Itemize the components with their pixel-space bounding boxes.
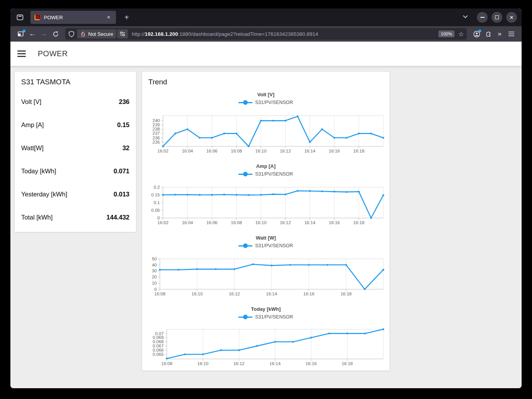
svg-text:40: 40 — [152, 263, 157, 267]
minimize-button[interactable] — [477, 12, 488, 23]
svg-text:16:16: 16:16 — [303, 292, 314, 296]
list-tabs-button[interactable] — [462, 13, 468, 21]
sensor-row-volt: Volt [V] 236 — [21, 90, 129, 113]
chart-title: Amp [A] — [148, 163, 383, 169]
svg-text:16:16: 16:16 — [329, 220, 340, 225]
recent-tabs-button[interactable] — [15, 28, 27, 39]
svg-text:16:14: 16:14 — [266, 292, 277, 296]
reload-button[interactable] — [50, 28, 61, 39]
extensions-button[interactable] — [482, 28, 494, 39]
maximize-button[interactable] — [492, 12, 502, 23]
svg-text:16:04: 16:04 — [182, 220, 193, 225]
account-button[interactable] — [471, 28, 482, 39]
chart-title: Volt [V] — [148, 92, 383, 97]
chart-amp: Amp [A] S31/PV/SENSOR 16:0216:0416:0616:… — [148, 163, 383, 227]
svg-text:16:18: 16:18 — [341, 292, 352, 296]
notification-dot — [23, 30, 25, 32]
browser-toolbar: ← → Not Secure — [10, 26, 522, 42]
chart-legend[interactable]: S31/PV/SENSOR — [148, 314, 383, 320]
chart-legend[interactable]: S31/PV/SENSOR — [148, 243, 383, 249]
svg-text:16:08: 16:08 — [154, 292, 166, 296]
puzzle-icon — [485, 30, 492, 37]
legend-label: S31/PV/SENSOR — [255, 100, 293, 105]
svg-text:16:14: 16:14 — [304, 149, 316, 153]
row-value: 144.432 — [106, 214, 129, 221]
chart-watt: Watt [W] S31/PV/SENSOR 16:0816:1016:1216… — [148, 235, 383, 298]
url-bar[interactable]: Not Secure http://192.168.1.200:1880/das… — [65, 28, 467, 40]
chart-legend[interactable]: S31/PV/SENSOR — [148, 171, 383, 177]
svg-text:16:02: 16:02 — [158, 220, 169, 225]
svg-text:0.2: 0.2 — [154, 185, 160, 189]
tab-close-icon[interactable]: ✕ — [105, 14, 112, 21]
row-label: Watt[W] — [21, 144, 44, 152]
permissions-toggle-icon — [119, 31, 126, 37]
chart-title: Watt [W] — [148, 235, 383, 241]
app-menu-button[interactable] — [505, 28, 517, 39]
svg-text:16:10: 16:10 — [191, 292, 203, 296]
svg-text:235: 235 — [153, 140, 160, 144]
row-label: Total [kWh] — [21, 214, 53, 221]
svg-text:30: 30 — [152, 268, 157, 273]
row-label: Amp [A] — [21, 121, 44, 129]
insecure-lock-icon — [80, 31, 86, 37]
account-notification-dot — [478, 30, 481, 32]
svg-text:16:06: 16:06 — [206, 149, 218, 153]
trend-card-title: Trend — [148, 78, 383, 86]
svg-text:0.05: 0.05 — [151, 208, 160, 213]
svg-text:16:10: 16:10 — [197, 361, 208, 366]
svg-text:16:18: 16:18 — [342, 361, 353, 366]
row-label: Volt [V] — [21, 98, 41, 106]
sensor-row-amp: Amp [A] 0.15 — [21, 113, 129, 136]
svg-text:16:06: 16:06 — [206, 220, 218, 225]
permissions-button[interactable] — [117, 29, 128, 39]
legend-marker-icon — [238, 315, 252, 319]
row-value: 236 — [119, 98, 129, 106]
dashboard-header: POWER — [10, 42, 522, 66]
back-button[interactable]: ← — [27, 28, 38, 39]
svg-text:16:08: 16:08 — [161, 361, 173, 366]
firefox-view-button[interactable] — [16, 13, 24, 22]
url-host: 192.168.1.200 — [145, 31, 178, 37]
window-controls: ✕ — [477, 12, 517, 23]
sensor-row-total: Total [kWh] 144.432 — [21, 206, 129, 229]
svg-text:0.1: 0.1 — [154, 200, 160, 205]
sensor-card-title: S31 TASMOTA — [21, 78, 129, 86]
svg-text:16:18: 16:18 — [353, 220, 364, 225]
overflow-menu-button[interactable]: » — [494, 28, 505, 39]
new-tab-button[interactable]: + — [121, 13, 132, 22]
chart-legend[interactable]: S31/PV/SENSOR — [148, 99, 383, 106]
forward-button[interactable]: → — [38, 28, 50, 39]
svg-text:16:16: 16:16 — [329, 149, 340, 153]
chart-today: Today [kWh] S31/PV/SENSOR 16:0816:1016:1… — [148, 306, 383, 368]
line-chart-canvas: 16:0216:0416:0616:0816:1016:1216:1416:16… — [148, 178, 383, 227]
svg-text:16:10: 16:10 — [255, 220, 267, 225]
legend-marker-icon — [238, 172, 252, 176]
bookmark-star-icon[interactable]: ☆ — [458, 30, 464, 38]
trend-card: Trend Volt [V] S31/PV/SENSOR 16:0216:041… — [142, 71, 390, 371]
hamburger-menu-icon — [508, 31, 515, 37]
nav-drawer-button[interactable] — [17, 49, 26, 59]
zoom-level-badge[interactable]: 100% — [438, 30, 454, 37]
chevron-down-icon — [462, 13, 468, 20]
hamburger-bar — [17, 53, 26, 54]
tab-power[interactable]: POWER ✕ — [30, 11, 116, 24]
url-text[interactable]: http://192.168.1.200:1880/dashboard/page… — [132, 31, 435, 37]
sensor-rows: Volt [V] 236 Amp [A] 0.15 Watt[W] 32 Tod… — [21, 90, 129, 229]
row-label: Today [kWh] — [21, 168, 56, 175]
url-path: :1880/dashboard/page2?reloadTime=1761634… — [178, 31, 318, 37]
site-security-chip[interactable]: Not Secure — [77, 29, 116, 39]
minimize-icon — [480, 17, 485, 18]
hamburger-bar — [17, 56, 26, 57]
svg-text:16:10: 16:10 — [255, 149, 267, 153]
close-button[interactable]: ✕ — [506, 12, 517, 23]
svg-text:16:14: 16:14 — [270, 361, 281, 366]
svg-text:0.15: 0.15 — [151, 193, 160, 197]
hamburger-bar — [17, 50, 26, 52]
svg-text:16:04: 16:04 — [182, 149, 193, 153]
tracking-shield-icon — [68, 31, 75, 37]
legend-marker-icon — [238, 100, 252, 105]
svg-text:16:18: 16:18 — [353, 149, 364, 153]
svg-text:0: 0 — [158, 216, 160, 220]
close-icon: ✕ — [510, 15, 514, 20]
svg-text:16:08: 16:08 — [231, 149, 242, 153]
